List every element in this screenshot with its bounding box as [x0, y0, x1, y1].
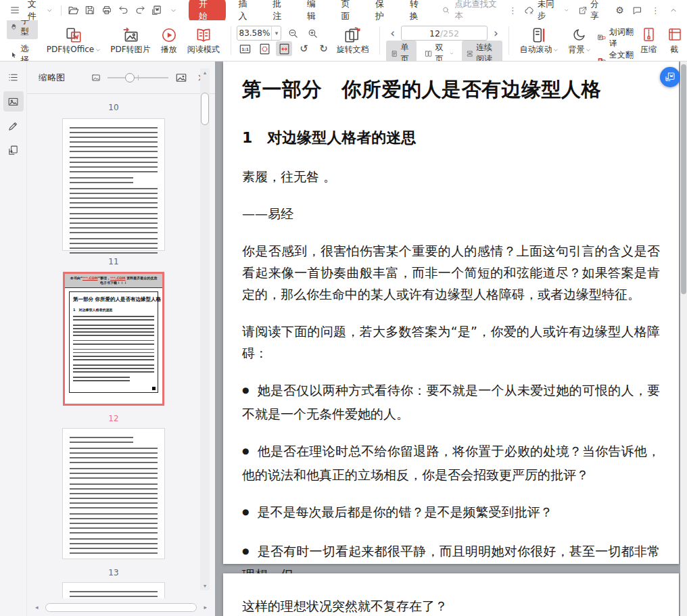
hamburger-menu-icon[interactable]	[7, 2, 24, 18]
svg-text:1:1: 1:1	[241, 46, 249, 51]
paragraph: 请阅读下面的问题，若大多数答案为“是”，你爱的人或许有边缘型人格障碍：	[242, 321, 660, 364]
slider-midpoint-tick	[138, 75, 139, 80]
left-panel-strip	[0, 62, 27, 616]
fit-width-button[interactable]	[276, 41, 292, 56]
word-translate-label: 划词翻译	[609, 26, 634, 49]
pdf-to-office-button[interactable]: PDF转Office	[42, 23, 105, 58]
part-heading: 第一部分 你所爱的人是否有边缘型人格	[242, 75, 660, 103]
auto-scroll-icon	[530, 26, 548, 44]
sidebar-title: 缩略图	[39, 72, 65, 84]
continuous-reading-icon	[467, 49, 473, 59]
document-view: 第一部分 你所爱的人是否有边缘型人格 1 对边缘型人格者的迷思 素履，往无咎 。…	[215, 62, 687, 616]
feedback-button[interactable]	[630, 2, 646, 18]
scroll-left-arrow[interactable]: ◂	[32, 604, 41, 611]
tab-insert[interactable]: 插入	[230, 0, 264, 22]
sidebar-horizontal-scrollbar[interactable]: ◂ ▸	[27, 598, 215, 616]
double-page-mode-button[interactable]: 双页	[420, 41, 458, 62]
sync-status[interactable]: 未同步	[520, 2, 573, 18]
rotate-right-button[interactable]: ↻	[315, 41, 331, 56]
export-word-button[interactable]	[149, 2, 166, 18]
sidebar-vertical-scrollbar[interactable]: ▴ ▾	[200, 68, 210, 590]
compress-button[interactable]: 压缩	[636, 23, 661, 58]
pdf-to-image-button[interactable]: PDF转图片	[105, 23, 155, 58]
full-translate-label: 全文翻译	[609, 49, 634, 62]
settings-button[interactable]: ⚙	[611, 2, 627, 18]
quick-toolbar-dropdown[interactable]	[165, 2, 182, 18]
scroll-down-arrow[interactable]: ▾	[200, 583, 210, 589]
rotate-left-button[interactable]: ↺	[295, 41, 312, 56]
sidebar-header: 缩略图 ×	[27, 62, 215, 94]
actual-size-button[interactable]: 1:1	[237, 41, 253, 56]
single-page-mode-button[interactable]: 单页	[386, 41, 417, 62]
tab-convert[interactable]: 转换	[401, 0, 435, 22]
image-large-icon	[175, 72, 187, 84]
tab-annotate[interactable]: 批注	[264, 0, 298, 22]
slider-knob[interactable]	[125, 73, 135, 82]
full-translate-button[interactable]: A 文 全文翻译	[597, 49, 634, 62]
gear-icon: ⚙	[612, 5, 627, 16]
chevron-down-icon	[586, 47, 591, 53]
fit-page-button[interactable]	[256, 41, 273, 56]
compress-label: 压缩	[640, 44, 657, 55]
collapse-ribbon-button[interactable]	[665, 2, 682, 18]
thumbnail-panel-button[interactable]	[3, 91, 24, 112]
undo-button[interactable]	[115, 2, 132, 18]
screenshot-icon	[666, 26, 682, 43]
scroll-right-arrow[interactable]: ▸	[201, 604, 210, 611]
bullet-icon: ●	[242, 385, 250, 395]
document-vertical-scrollbar[interactable]	[680, 62, 687, 616]
zoom-out-button[interactable]	[285, 26, 301, 41]
zoom-dropdown-caret[interactable]: ▾	[271, 26, 281, 40]
play-button[interactable]: 播放	[156, 23, 183, 58]
continuous-reading-button[interactable]: 连续阅读	[462, 41, 502, 62]
file-menu[interactable]: 文件	[24, 2, 57, 18]
open-file-button[interactable]	[66, 2, 82, 18]
file-menu-label: 文件	[28, 0, 44, 22]
save-icon	[85, 5, 95, 16]
thumbnail-page-12-selected[interactable]: 本书由“***.COM”整理，***.COM 资料最齐最全的优质 电子书下载！！…	[63, 272, 164, 406]
annotation-panel-button[interactable]	[3, 116, 24, 136]
thumbnail-page-11[interactable]	[63, 119, 164, 250]
zoom-in-button[interactable]	[304, 26, 321, 41]
word-translate-button[interactable]: 划词翻译	[597, 26, 634, 49]
fit-page-icon	[258, 43, 271, 55]
tab-page[interactable]: 页面	[332, 0, 366, 22]
share-button[interactable]: 分享	[574, 2, 610, 18]
printer-icon	[101, 5, 112, 16]
zoom-level-value: 83.58%	[237, 28, 271, 38]
print-button[interactable]	[99, 2, 116, 18]
quick-convert-float-button[interactable]	[660, 67, 680, 87]
next-page-button[interactable]: ›	[491, 26, 501, 40]
tab-protect[interactable]: 保护	[366, 0, 401, 22]
search-more-icon[interactable]: ⋮	[506, 5, 520, 16]
screenshot-button-truncated[interactable]: 截	[661, 23, 687, 58]
more-menu-button[interactable]: ⋮	[647, 2, 663, 18]
scrollbar-thumb[interactable]	[681, 64, 686, 294]
select-tool-label: 选择	[20, 43, 32, 62]
quote-source: ——易经	[242, 203, 660, 224]
background-label: 背景	[568, 44, 584, 55]
rotate-left-icon: ↺	[300, 43, 308, 55]
scrollbar-thumb[interactable]	[201, 93, 209, 125]
outline-panel-button[interactable]	[3, 67, 24, 87]
thumbnail-page-13[interactable]	[63, 429, 164, 559]
scroll-up-arrow[interactable]: ▴	[200, 70, 210, 76]
background-button[interactable]: 背景	[563, 23, 596, 58]
find-text-box[interactable]: 点此查找文本 ⋮	[442, 0, 520, 22]
hand-tool-button[interactable]: 手型	[7, 20, 38, 39]
rotate-document-button[interactable]: 旋转文档	[331, 23, 373, 58]
reading-mode-button[interactable]: 阅读模式	[183, 23, 224, 58]
redo-button[interactable]	[132, 2, 149, 18]
save-button[interactable]	[82, 2, 99, 18]
page-number-input[interactable]: 12/252	[401, 26, 488, 41]
previous-page-button[interactable]: ‹	[387, 26, 398, 40]
extract-panel-button[interactable]	[3, 140, 24, 160]
select-tool-button[interactable]: 选择	[7, 42, 38, 62]
thumbnail-sidebar: 缩略图 × 10 11	[27, 62, 215, 616]
tab-edit[interactable]: 编辑	[298, 0, 333, 22]
auto-scroll-button[interactable]: 自动滚动	[515, 23, 563, 58]
rotate-document-label: 旋转文档	[336, 44, 369, 55]
horizontal-scrollbar-thumb[interactable]	[45, 603, 197, 612]
zoom-level-select[interactable]: 83.58% ▾	[237, 26, 281, 41]
thumbnail-size-slider[interactable]	[108, 73, 168, 82]
